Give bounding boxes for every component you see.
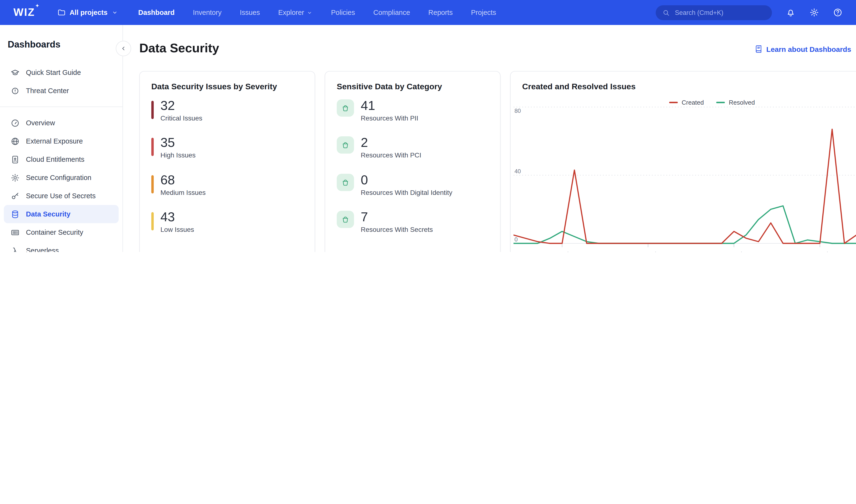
settings-gear-icon[interactable] bbox=[809, 8, 819, 17]
chevron-down-icon bbox=[307, 10, 313, 16]
sidebar-item-label: Overview bbox=[26, 119, 55, 127]
globe-icon bbox=[11, 137, 20, 146]
chevron-down-icon bbox=[111, 9, 118, 16]
page-title: Data Security bbox=[139, 41, 219, 55]
nav-right bbox=[656, 5, 842, 20]
category-stat-resources-with-pii[interactable]: 41Resources With PII bbox=[337, 100, 418, 122]
sidebar-item-secure-use-of-secrets[interactable]: Secure Use of Secrets bbox=[4, 187, 119, 205]
y-axis-label-80: 80 bbox=[514, 108, 521, 114]
x-axis-tick-label: 20. Feb bbox=[724, 251, 744, 252]
x-axis-tick-label: 6. Feb bbox=[554, 251, 571, 252]
y-axis-label-40: 40 bbox=[514, 168, 521, 175]
book-icon bbox=[754, 44, 763, 53]
nav-item-reports[interactable]: Reports bbox=[428, 8, 453, 16]
nav-item-policies[interactable]: Policies bbox=[331, 8, 355, 16]
nav-item-label: Explorer bbox=[278, 8, 304, 16]
search-input[interactable] bbox=[674, 8, 765, 17]
severity-stat-medium-issues[interactable]: 68Medium Issues bbox=[151, 174, 206, 196]
help-icon[interactable] bbox=[833, 8, 842, 17]
notifications-bell-icon[interactable] bbox=[786, 8, 796, 17]
sensitive-data-category-card: Sensitive Data by Category 41Resources W… bbox=[325, 71, 501, 252]
nav-item-explorer[interactable]: Explorer bbox=[278, 8, 313, 16]
help-icon bbox=[833, 8, 842, 17]
nav-item-label: Projects bbox=[471, 8, 496, 16]
nav-items: DashboardInventoryIssuesExplorerPolicies… bbox=[138, 8, 496, 16]
key-icon bbox=[11, 191, 20, 200]
category-value: 0 bbox=[361, 174, 452, 187]
severity-stat-high-issues[interactable]: 35High Issues bbox=[151, 136, 195, 159]
bucket-icon bbox=[341, 141, 350, 149]
sidebar-main-items: OverviewExternal ExposureCloud Entitleme… bbox=[0, 114, 122, 252]
chevron-down-icon bbox=[111, 9, 118, 16]
project-selector[interactable]: All projects bbox=[57, 8, 118, 17]
category-label: Resources With PCI bbox=[361, 151, 421, 159]
x-axis-tick-label: 27. Feb bbox=[810, 251, 830, 252]
nav-item-projects[interactable]: Projects bbox=[471, 8, 496, 16]
nav-item-label: Reports bbox=[428, 8, 453, 16]
wiz-logo[interactable]: WIZ✦ bbox=[14, 6, 35, 19]
summary-cards-row: Data Security Issues by Severity 32Criti… bbox=[139, 71, 856, 252]
sidebar-item-label: Secure Use of Secrets bbox=[26, 192, 95, 200]
sidebar-divider bbox=[0, 107, 122, 107]
learn-about-dashboards-link[interactable]: Learn about Dashboards bbox=[754, 44, 851, 53]
sidebar-item-cloud-entitlements[interactable]: Cloud Entitlements bbox=[4, 150, 119, 168]
gear-icon bbox=[11, 173, 20, 182]
category-label: Resources With Secrets bbox=[361, 226, 433, 233]
x-axis-tick-label: 13. Feb bbox=[638, 251, 658, 252]
gear-icon bbox=[11, 173, 20, 182]
nav-item-compliance[interactable]: Compliance bbox=[373, 8, 410, 16]
severity-label: High Issues bbox=[160, 151, 195, 159]
severity-stat-critical-issues[interactable]: 32Critical Issues bbox=[151, 100, 202, 122]
bucket-icon-badge bbox=[337, 100, 354, 116]
sidebar-item-label: External Exposure bbox=[26, 137, 83, 145]
severity-summary-card: Data Security Issues by Severity 32Criti… bbox=[139, 71, 315, 252]
created-resolved-line-chart[interactable]: 6. Feb13. Feb20. Feb27. Feb04080 bbox=[513, 100, 856, 252]
category-stat-resources-with-pci[interactable]: 2Resources With PCI bbox=[337, 136, 421, 159]
bucket-icon bbox=[341, 104, 350, 112]
book-icon bbox=[754, 44, 763, 53]
chevron-left-icon bbox=[120, 45, 127, 52]
severity-stat-low-issues[interactable]: 43Low Issues bbox=[151, 211, 194, 233]
folder-icon bbox=[57, 8, 66, 17]
sidebar-item-label: Threat Center bbox=[26, 87, 69, 94]
nav-item-label: Policies bbox=[331, 8, 355, 16]
category-stat-resources-with-secrets[interactable]: 7Resources With Secrets bbox=[337, 211, 433, 233]
nav-item-inventory[interactable]: Inventory bbox=[193, 8, 222, 16]
database-icon bbox=[11, 210, 20, 219]
sidebar-item-container-security[interactable]: Container Security bbox=[4, 223, 119, 241]
sidebar-item-threat-center[interactable]: Threat Center bbox=[4, 82, 119, 100]
severity-color-bar bbox=[151, 101, 154, 119]
logo-spark-icon: ✦ bbox=[36, 3, 40, 8]
category-stat-resources-with-digital-identity[interactable]: 0Resources With Digital Identity bbox=[337, 174, 452, 196]
nav-item-issues[interactable]: Issues bbox=[240, 8, 260, 16]
series-line-created bbox=[513, 129, 856, 244]
gauge-icon bbox=[11, 118, 20, 127]
sidebar-item-external-exposure[interactable]: External Exposure bbox=[4, 132, 119, 150]
sidebar-collapse-button[interactable] bbox=[116, 41, 131, 56]
nav-item-dashboard[interactable]: Dashboard bbox=[138, 8, 175, 16]
graduation-cap-icon bbox=[11, 68, 20, 77]
sidebar-item-data-security[interactable]: Data Security bbox=[4, 205, 119, 223]
sidebar-title: Dashboards bbox=[0, 25, 122, 64]
global-search[interactable] bbox=[656, 5, 772, 20]
sidebar-item-secure-configuration[interactable]: Secure Configuration bbox=[4, 168, 119, 187]
sidebar-item-label: Quick Start Guide bbox=[26, 69, 81, 76]
category-card-title: Sensitive Data by Category bbox=[337, 82, 489, 92]
sidebar-item-quick-start-guide[interactable]: Quick Start Guide bbox=[4, 64, 119, 82]
severity-color-bar bbox=[151, 175, 154, 194]
id-card-icon bbox=[11, 155, 20, 164]
sidebar-item-serverless[interactable]: Serverless bbox=[4, 241, 119, 252]
search-icon bbox=[662, 9, 670, 16]
bucket-icon-badge bbox=[337, 211, 354, 228]
sidebar-item-overview[interactable]: Overview bbox=[4, 114, 119, 132]
nav-item-label: Issues bbox=[240, 8, 260, 16]
severity-color-bar bbox=[151, 212, 154, 230]
chevron-down-icon bbox=[307, 10, 313, 16]
bucket-icon-badge bbox=[337, 136, 354, 154]
project-selector-label: All projects bbox=[70, 8, 108, 16]
created-resolved-chart-card: Created and Resolved Issues CreatedResol… bbox=[510, 71, 856, 252]
category-value: 41 bbox=[361, 100, 418, 112]
severity-color-bar bbox=[151, 138, 154, 156]
wiz-dashboard-app: WIZ✦ All projects DashboardInventoryIssu… bbox=[0, 0, 856, 252]
sidebar-item-label: Container Security bbox=[26, 229, 83, 236]
